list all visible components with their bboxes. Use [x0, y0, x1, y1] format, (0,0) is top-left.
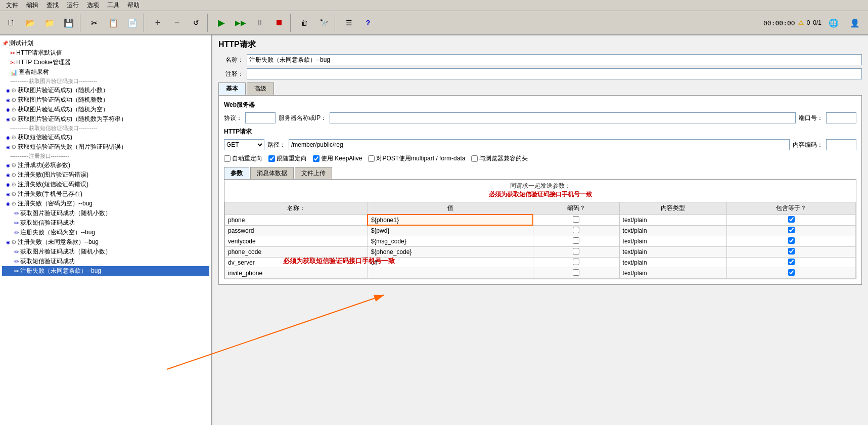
tb-new[interactable]: 🗋: [2, 14, 20, 32]
tb-remove[interactable]: −: [168, 14, 186, 32]
tb-clear[interactable]: 🗑: [295, 14, 313, 32]
eq-cb-ip[interactable]: [788, 269, 795, 276]
tree-item-sub2-sms[interactable]: ✏ 获取短信验证码成功: [2, 257, 209, 266]
tree-item-view-results[interactable]: 📊 查看结果树: [2, 67, 209, 77]
tree-item-sms-fail[interactable]: ◉ ⚙ 获取短信验证码失败（图片验证码错误）: [2, 142, 209, 152]
param-encoded-phone-code[interactable]: [533, 246, 619, 257]
follow-redirect-item[interactable]: 跟随重定向: [268, 154, 307, 163]
param-encoded-verifycode[interactable]: [533, 236, 619, 246]
tb-pause[interactable]: ⏸: [251, 14, 269, 32]
param-eq-password[interactable]: [727, 225, 856, 236]
tree-item-sub-cap-float[interactable]: ✏ 获取图片验证码成功（随机小数）: [2, 208, 209, 218]
param-eq-phone-code[interactable]: [727, 246, 856, 257]
tb-close[interactable]: 📁: [40, 14, 59, 32]
encoded-cb-pc[interactable]: [573, 248, 579, 254]
param-value-verifycode[interactable]: ${msg_code}: [368, 236, 533, 246]
protocol-input[interactable]: [245, 112, 276, 123]
name-input[interactable]: [247, 54, 862, 65]
tb-cut[interactable]: ✂: [85, 14, 103, 32]
path-input[interactable]: [289, 139, 790, 150]
encode-input[interactable]: [826, 139, 856, 150]
encoded-cb-vc[interactable]: [573, 237, 579, 244]
eq-cb-pc[interactable]: [788, 248, 795, 254]
tb-list[interactable]: ☰: [340, 14, 358, 32]
multipart-item[interactable]: 对POST使用multipart / form-data: [368, 154, 465, 163]
param-eq-phone[interactable]: [727, 215, 856, 225]
menu-file[interactable]: 文件: [2, 0, 22, 11]
tree-item-reg-fail-cap[interactable]: ◉ ⚙ 注册失败(图片验证码错误): [2, 170, 209, 180]
param-value-invite-phone[interactable]: [368, 268, 533, 278]
tree-item-http-default[interactable]: ✂ HTTP请求默认值: [2, 48, 209, 58]
tree-item-pwd-group[interactable]: ◉ ⚙ 注册失败（密码为空）--bug: [2, 199, 209, 208]
tree-item-sub2-reg-fail-terms[interactable]: ✏ 注册失败（未同意条款）--bug: [2, 266, 209, 276]
tab-basic[interactable]: 基本: [218, 82, 246, 95]
tb-paste[interactable]: 📄: [123, 14, 142, 32]
menu-edit[interactable]: 编辑: [22, 0, 42, 11]
tree-item-cap-int[interactable]: ◉ ⚙ 获取图片验证码成功（随机整数）: [2, 95, 209, 105]
tb-help[interactable]: ?: [359, 14, 377, 32]
method-select[interactable]: GET POST PUT DELETE: [224, 139, 264, 150]
menu-run[interactable]: 运行: [63, 0, 83, 11]
comment-input[interactable]: [247, 68, 862, 79]
tree-root-item[interactable]: 📌 测试计划: [2, 38, 209, 48]
menu-find[interactable]: 查找: [42, 0, 63, 11]
param-value-phone-code[interactable]: ${phone_code}: [368, 246, 533, 257]
sub-tab-params[interactable]: 参数: [224, 167, 249, 179]
param-eq-dv-server[interactable]: [727, 257, 856, 268]
param-encoded-dv-server[interactable]: [533, 257, 619, 268]
tb-globe[interactable]: 🌐: [825, 14, 843, 32]
keepalive-cb[interactable]: [313, 155, 319, 162]
tb-search[interactable]: 🔭: [314, 14, 333, 32]
tree-item-cap-str[interactable]: ◉ ⚙ 获取图片验证码成功（随机数为字符串）: [2, 114, 209, 124]
menu-tools[interactable]: 工具: [103, 0, 123, 11]
encoded-cb-phone[interactable]: [573, 216, 579, 223]
tree-item-reg-fail-sms[interactable]: ◉ ⚙ 注册失败(短信验证码错误): [2, 180, 209, 189]
browser-headers-cb[interactable]: [471, 155, 478, 162]
tb-open[interactable]: 📂: [21, 14, 39, 32]
param-eq-invite-phone[interactable]: [727, 268, 856, 278]
menu-options[interactable]: 选项: [83, 0, 103, 11]
tb-refresh[interactable]: ↺: [187, 14, 205, 32]
param-encoded-phone[interactable]: [533, 215, 619, 225]
tb-save[interactable]: 💾: [60, 14, 78, 32]
tree-item-sub-reg-fail-pwd[interactable]: ✏ 注册失败（密码为空）--bug: [2, 228, 209, 237]
tree-item-sub-sms[interactable]: ✏ 获取短信验证码成功: [2, 218, 209, 228]
menu-help[interactable]: 帮助: [123, 0, 144, 11]
follow-redirect-cb[interactable]: [268, 155, 275, 162]
server-input[interactable]: [330, 112, 796, 123]
param-value-password[interactable]: ${pwd}: [368, 225, 533, 236]
eq-cb-phone[interactable]: [788, 216, 795, 223]
tb-add[interactable]: +: [149, 14, 167, 32]
tree-item-sms-success[interactable]: ◉ ⚙ 获取短信验证码成功: [2, 133, 209, 142]
tb-profile[interactable]: 👤: [846, 14, 864, 32]
tree-item-terms-group[interactable]: ◉ ⚙ 注册失败（未同意条款）--bug: [2, 237, 209, 247]
eq-cb-vc[interactable]: [788, 237, 795, 244]
tb-copy[interactable]: 📋: [104, 14, 122, 32]
tb-stop[interactable]: ⏹: [270, 14, 288, 32]
param-value-phone[interactable]: ${phone1}: [368, 215, 533, 225]
sub-tab-body[interactable]: 消息体数据: [250, 167, 294, 179]
encoded-cb-dv[interactable]: [573, 259, 579, 265]
tb-start[interactable]: ▶: [212, 14, 231, 32]
tree-item-reg-fail-phone[interactable]: ◉ ⚙ 注册失败(手机号已存在): [2, 189, 209, 199]
tb-start-no-pause[interactable]: ▶▶: [232, 14, 250, 32]
tree-item-cap-empty[interactable]: ◉ ⚙ 获取图片验证码成功（随机为空）: [2, 105, 209, 114]
param-encoded-password[interactable]: [533, 225, 619, 236]
keepalive-item[interactable]: 使用 KeepAlive: [313, 154, 362, 163]
auto-redirect-cb[interactable]: [224, 155, 231, 162]
port-input[interactable]: [826, 112, 856, 123]
eq-cb-dv[interactable]: [788, 259, 795, 265]
encoded-cb-pwd[interactable]: [573, 227, 579, 233]
tree-item-http-cookie[interactable]: ✂ HTTP Cookie管理器: [2, 58, 209, 67]
param-eq-verifycode[interactable]: [727, 236, 856, 246]
tree-item-sub2-cap-float[interactable]: ✏ 获取图片验证码成功（随机小数）: [2, 247, 209, 257]
tree-item-cap-float[interactable]: ◉ ⚙ 获取图片验证码成功（随机小数）: [2, 86, 209, 95]
auto-redirect-item[interactable]: 自动重定向: [224, 154, 262, 163]
eq-cb-pwd[interactable]: [788, 227, 795, 233]
tab-advanced[interactable]: 高级: [247, 82, 274, 95]
sub-tab-files[interactable]: 文件上传: [295, 167, 332, 179]
param-encoded-invite-phone[interactable]: [533, 268, 619, 278]
param-value-dv-server[interactable]: off: [368, 257, 533, 268]
encoded-cb-ip[interactable]: [573, 269, 579, 276]
multipart-cb[interactable]: [368, 155, 375, 162]
